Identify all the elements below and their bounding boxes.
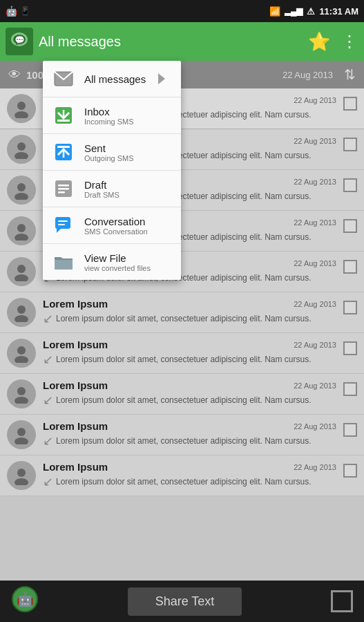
wifi-icon: 📶 xyxy=(269,6,280,17)
envelope-icon xyxy=(52,68,75,90)
svg-rect-13 xyxy=(58,191,65,194)
inbox-label: Inbox xyxy=(84,106,134,117)
status-bar-right: 📶 ▂▄▆ ⚠ 11:31 AM xyxy=(269,6,358,17)
submenu-arrow xyxy=(158,73,165,84)
svg-rect-16 xyxy=(58,220,68,222)
inbox-icon xyxy=(52,104,75,126)
menu-all-messages-text: All messages xyxy=(84,73,146,85)
sent-subtitle: Outgoing SMS xyxy=(84,154,134,162)
conversation-text: Conversation SMS Conversation xyxy=(84,216,148,236)
app-title: All messages xyxy=(39,34,303,50)
menu-item-inbox[interactable]: Inbox Incoming SMS xyxy=(43,97,181,134)
menu-item-draft[interactable]: Draft Draft SMS xyxy=(43,171,181,207)
menu-item-all-messages[interactable]: All messages xyxy=(43,61,181,97)
folder-icon xyxy=(52,251,75,273)
draft-text: Draft Draft SMS xyxy=(84,179,119,199)
view-file-subtitle: view converted files xyxy=(84,264,151,272)
app-logo: 💬 xyxy=(6,28,33,55)
draft-label: Draft xyxy=(84,179,119,191)
signal-icon: ▂▄▆ xyxy=(285,6,303,16)
more-options-icon[interactable]: ⋮ xyxy=(341,32,358,51)
view-file-label: View File xyxy=(84,252,151,264)
view-file-text: View File view converted files xyxy=(84,252,151,272)
sent-icon xyxy=(52,141,75,163)
app-bar-actions: ⭐ ⋮ xyxy=(308,31,358,53)
svg-rect-9 xyxy=(57,146,70,148)
sent-label: Sent xyxy=(84,142,134,154)
favorite-icon[interactable]: ⭐ xyxy=(308,31,330,53)
inbox-subtitle: Incoming SMS xyxy=(84,117,134,126)
svg-text:💬: 💬 xyxy=(15,35,25,45)
inbox-text: Inbox Incoming SMS xyxy=(84,106,134,126)
svg-rect-6 xyxy=(57,120,70,122)
menu-item-conversation[interactable]: Conversation SMS Conversation xyxy=(43,207,181,244)
notification-icon: 📱 xyxy=(20,6,30,16)
svg-rect-12 xyxy=(58,188,69,190)
svg-rect-14 xyxy=(55,217,70,229)
menu-item-sent[interactable]: Sent Outgoing SMS xyxy=(43,134,181,171)
svg-marker-15 xyxy=(57,229,61,233)
time-display: 11:31 AM xyxy=(319,6,358,17)
draft-subtitle: Draft SMS xyxy=(84,191,119,199)
menu-item-view-file[interactable]: View File view converted files xyxy=(43,244,181,280)
status-bar-left: 🤖 📱 xyxy=(6,6,30,17)
alert-icon: ⚠ xyxy=(307,6,315,17)
draft-icon xyxy=(52,178,75,200)
all-messages-label: All messages xyxy=(84,73,146,85)
android-icon: 🤖 xyxy=(6,6,17,17)
filter-dropdown: All messages Inbox Incoming SMS xyxy=(43,61,181,280)
conversation-label: Conversation xyxy=(84,216,148,227)
svg-rect-11 xyxy=(58,185,69,187)
app-bar: 💬 All messages ⭐ ⋮ xyxy=(0,22,364,61)
sent-text: Sent Outgoing SMS xyxy=(84,142,134,162)
svg-rect-17 xyxy=(58,224,65,225)
status-bar: 🤖 📱 📶 ▂▄▆ ⚠ 11:31 AM xyxy=(0,0,364,22)
conversation-subtitle: SMS Conversation xyxy=(84,227,148,236)
conversation-icon xyxy=(52,214,75,236)
